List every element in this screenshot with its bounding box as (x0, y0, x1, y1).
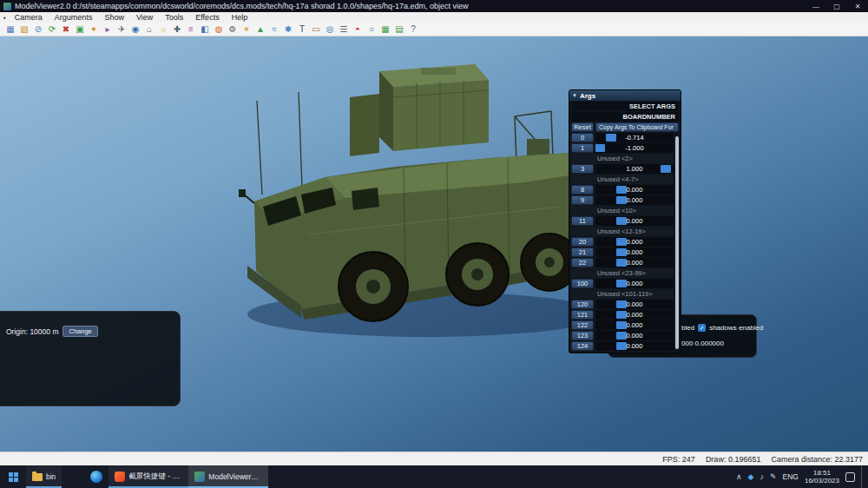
water-icon[interactable]: ≈ (268, 23, 280, 36)
clear-icon[interactable]: ✖ (60, 23, 72, 36)
arg-slider[interactable]: -0.714 (595, 133, 674, 142)
clock[interactable]: 18:51 16/03/2023 (805, 469, 839, 485)
ruler-icon[interactable]: ▭ (310, 23, 322, 36)
cube-icon[interactable]: ◧ (199, 23, 211, 36)
save-icon[interactable]: ▦ (4, 23, 16, 36)
pin-icon[interactable]: ▸ (102, 23, 114, 36)
menu-effects[interactable]: Effects (189, 13, 225, 22)
arg-index-button[interactable]: 121 (571, 310, 594, 320)
pen-icon[interactable]: ✎ (770, 472, 777, 481)
arg-index-button[interactable]: 20 (571, 237, 594, 247)
help-icon[interactable]: ? (407, 23, 419, 36)
origin-label: Origin: 10000 m (6, 327, 58, 336)
paint-icon[interactable]: ◍ (213, 23, 225, 36)
menu-arguments[interactable]: Arguments (49, 13, 99, 22)
taskbar-app-modelviewer[interactable]: ModelViewer2.0 ... (188, 465, 268, 488)
arg-index-button[interactable]: 21 (571, 247, 594, 257)
block-icon[interactable]: ⊘ (32, 23, 44, 36)
select-args-button[interactable]: SELECT ARGS (571, 102, 679, 111)
taskbar-app-explorer[interactable]: bin (26, 465, 62, 488)
show-desktop-button[interactable] (861, 465, 865, 488)
arg-index-button[interactable]: 0 (571, 133, 594, 142)
star-icon[interactable]: ✦ (88, 23, 100, 36)
plane-icon[interactable]: ✈ (115, 23, 128, 36)
bulb-icon[interactable]: ✶ (240, 23, 253, 36)
arg-index-button[interactable]: 1 (571, 143, 594, 153)
window-title: ModelViewer2.0 d:/st/steamapps/common/dc… (15, 2, 469, 10)
arg-index-button[interactable]: 122 (571, 320, 594, 330)
snow-icon[interactable]: ✱ (282, 23, 294, 36)
arg-index-button[interactable]: 123 (571, 331, 594, 340)
menu-tools[interactable]: Tools (159, 13, 189, 22)
gear-icon[interactable]: ⚙ (227, 23, 239, 36)
args-panel-header[interactable]: ▼ Args (569, 90, 681, 101)
arg-slider[interactable]: 0.000 (595, 258, 674, 267)
arg-slider[interactable]: 0.000 (595, 300, 674, 309)
refresh-icon[interactable]: ⟳ (46, 23, 58, 36)
arg-slider[interactable]: 0.000 (595, 195, 674, 205)
open-icon[interactable]: ▧ (18, 23, 30, 36)
maximize-button[interactable]: ▢ (826, 0, 847, 12)
chart-icon[interactable]: ≡ (185, 23, 197, 36)
arg-slider[interactable]: 0.000 (595, 320, 674, 330)
arg-index-button[interactable]: 120 (571, 300, 594, 309)
arg-index-button[interactable]: 124 (571, 341, 594, 351)
arg-value: 0.000 (595, 185, 674, 195)
arg-index-button[interactable]: 11 (571, 216, 594, 226)
change-origin-button[interactable]: Change (62, 326, 97, 337)
menu-bar-icon[interactable]: ▪ (3, 14, 6, 22)
boardnumber-button[interactable]: BOARDNUMBER (571, 112, 679, 122)
menu-camera[interactable]: Camera (9, 13, 49, 22)
close-button[interactable]: ✕ (847, 0, 868, 12)
home-icon[interactable]: ⌂ (143, 23, 155, 36)
hidden-icons-chevron-icon[interactable]: ∧ (736, 472, 742, 481)
menu-view[interactable]: View (130, 13, 159, 22)
search-icon[interactable]: ○ (365, 23, 378, 36)
taskbar-app-label: 截屏快捷键 - 搜狗... (128, 472, 182, 482)
start-button[interactable] (0, 465, 26, 488)
light-icon[interactable]: ☼ (157, 23, 169, 36)
menu-help[interactable]: Help (226, 13, 254, 22)
arg-index-button[interactable]: 3 (571, 164, 594, 174)
arg-slider[interactable]: 0.000 (595, 331, 674, 340)
arg-slider[interactable]: 0.000 (595, 310, 674, 320)
browser-icon (90, 471, 102, 483)
shadows-checkbox[interactable]: ✓ (698, 324, 706, 332)
volume-icon[interactable]: ♪ (760, 472, 764, 481)
arg-index-button[interactable]: 100 (571, 279, 594, 288)
arg-index-button[interactable]: 22 (571, 258, 594, 267)
arg-row: 200.000 (571, 237, 674, 247)
text-icon[interactable]: T (296, 23, 308, 36)
menu-show[interactable]: Show (98, 13, 130, 22)
package-icon[interactable]: ▣ (74, 23, 86, 36)
layers-icon[interactable]: ☰ (338, 23, 350, 36)
arg-slider[interactable]: 1.000 (595, 164, 674, 174)
taskbar-app-browser[interactable] (84, 465, 108, 488)
minimize-button[interactable]: — (806, 0, 826, 12)
bluetooth-icon[interactable]: ◆ (748, 472, 754, 481)
arg-index-button[interactable]: 8 (571, 185, 594, 195)
arg-slider[interactable]: 0.000 (595, 341, 674, 351)
title-bar: ModelViewer2.0 d:/st/steamapps/common/dc… (0, 0, 868, 12)
arg-index-button[interactable]: 9 (571, 195, 594, 205)
table-icon[interactable]: ▤ (393, 23, 405, 36)
arg-value: 0.000 (595, 310, 674, 320)
camera-icon[interactable]: ◉ (129, 23, 141, 36)
arg-slider[interactable]: 0.000 (595, 216, 674, 226)
grid-icon[interactable]: ▦ (379, 23, 391, 36)
args-scrollbar[interactable] (675, 136, 679, 349)
reset-button[interactable]: Reset (571, 122, 594, 132)
arg-slider[interactable]: -1.000 (595, 143, 674, 153)
axes-icon[interactable]: ✚ (171, 23, 183, 36)
eye-icon[interactable]: ◎ (324, 23, 336, 36)
magnet-icon[interactable]: ◓ (352, 23, 364, 36)
taskbar-app-sogou[interactable]: 截屏快捷键 - 搜狗... (108, 465, 188, 488)
arg-slider[interactable]: 0.000 (595, 237, 674, 247)
copy-args-button[interactable]: Copy Args To Clipboard For (595, 122, 679, 132)
notification-center-icon[interactable] (845, 472, 855, 482)
arg-slider[interactable]: 0.000 (595, 279, 674, 288)
arg-slider[interactable]: 0.000 (595, 185, 674, 195)
arg-slider[interactable]: 0.000 (595, 247, 674, 257)
language-indicator[interactable]: ENG (783, 472, 799, 481)
tree-icon[interactable]: ▲ (254, 23, 266, 36)
